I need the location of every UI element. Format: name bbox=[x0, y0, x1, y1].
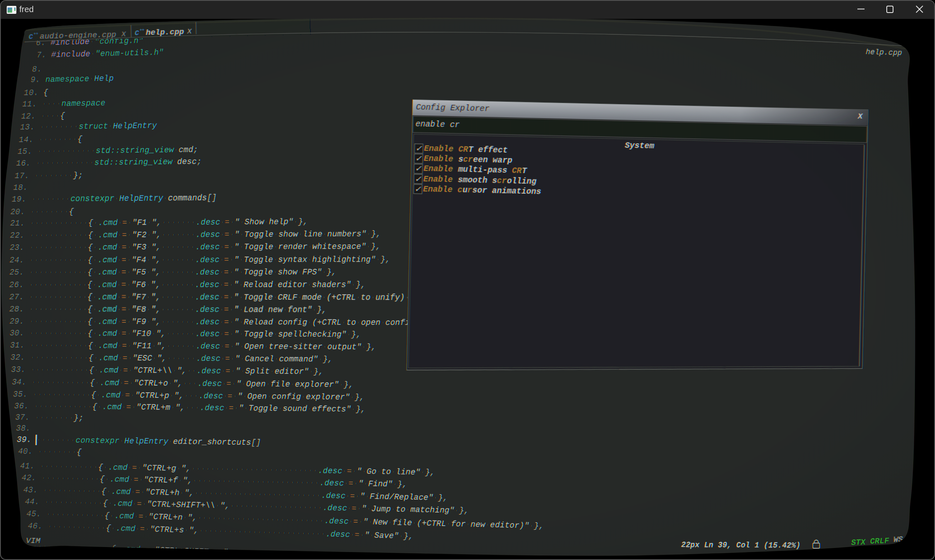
svg-text:fred: fred bbox=[19, 5, 34, 14]
